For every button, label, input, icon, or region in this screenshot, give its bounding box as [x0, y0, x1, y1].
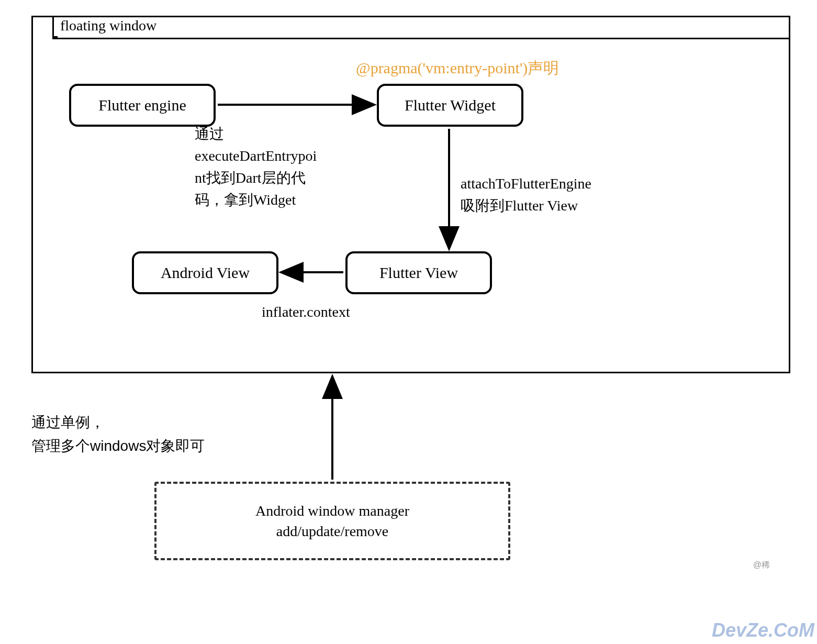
frame-title-underline — [52, 38, 790, 39]
node-label: Flutter engine — [98, 96, 186, 114]
pragma-annotation: @pragma('vm:entry-point')声明 — [356, 58, 559, 79]
flutter-view-node: Flutter View — [345, 251, 492, 294]
android-view-node: Android View — [132, 251, 278, 294]
node-label-line1: Android window manager — [255, 501, 409, 521]
frame-title: floating window — [60, 17, 156, 34]
android-window-manager-node: Android window manager add/update/remove — [154, 482, 510, 560]
node-label-line2: add/update/remove — [276, 521, 389, 541]
edge-label-engine-widget: 通过 executeDartEntrypoi nt找到Dart层的代 码，拿到W… — [195, 123, 362, 211]
edge-label-line2: 吸附到Flutter View — [461, 195, 591, 217]
flutter-engine-node: Flutter engine — [69, 84, 216, 127]
singleton-note: 通过单例， 管理多个windows对象即可 — [31, 411, 205, 458]
edge-label-line1: attachToFlutterEngine — [461, 173, 591, 195]
watermark-small: @稀 — [753, 560, 770, 571]
edge-label-fview-aview: inflater.context — [262, 301, 350, 323]
edge-label-widget-fview: attachToFlutterEngine 吸附到Flutter View — [461, 173, 591, 217]
node-label: Flutter View — [379, 264, 458, 282]
watermark-logo: DevZe.CoM — [712, 619, 814, 641]
node-label: Flutter Widget — [405, 96, 496, 114]
flutter-widget-node: Flutter Widget — [377, 84, 523, 127]
node-label: Android View — [161, 264, 250, 282]
frame-corner — [52, 16, 58, 38]
